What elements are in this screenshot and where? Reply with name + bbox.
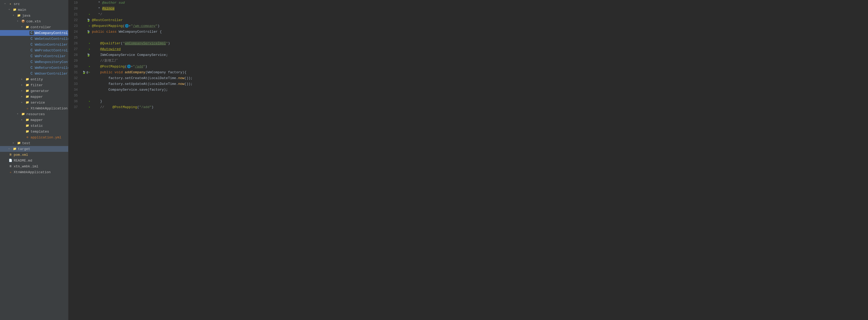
line-num-20: 20 <box>68 6 80 11</box>
sidebar-label-wm-return: WmReturnController <box>35 66 68 70</box>
sidebar-item-wm-return-controller[interactable]: C WmReturnController <box>0 65 68 70</box>
iface-28: IWmCompanyService <box>100 53 135 57</box>
line-num-24: 24 <box>68 29 80 35</box>
line-num-26: 26 <box>68 40 80 47</box>
sidebar-item-controller[interactable]: 📁 controller <box>0 24 68 30</box>
fold-icon-26[interactable]: ▸ <box>89 40 90 47</box>
code-line-34: 34 CompanyService.save(factory); <box>68 87 868 93</box>
fold-icon-30[interactable]: ▸ <box>89 64 90 69</box>
code-editor: 19 * @author sud 20 * @since 21 ▸ */ 22 … <box>68 0 868 320</box>
ann-post-mapping: @PostMapping <box>100 65 125 68</box>
folder-icon-main: 📁 <box>13 8 17 12</box>
sidebar-item-pom[interactable]: 🗎 pom.xml <box>0 152 68 157</box>
gutter-27: ▸ <box>80 47 91 52</box>
line-num-19: 19 <box>68 0 80 6</box>
sidebar-item-readme[interactable]: 📄 README.md <box>0 157 68 164</box>
code-text-24: public class WmCompanyController { <box>91 29 868 35</box>
sidebar-item-templates[interactable]: 📁 templates <box>0 128 68 135</box>
code-text-25 <box>91 35 868 40</box>
java-icon-wm-getout: C <box>30 37 34 41</box>
sidebar-item-mapper2[interactable]: 📁 mapper <box>0 117 68 123</box>
cls-local-datetime-32: LocalDateTime <box>149 76 176 80</box>
code-line-29: 29 //新增工厂 <box>68 58 868 64</box>
ann-qualifier: @Qualifier <box>100 41 121 45</box>
chevron-com-xtn <box>17 20 21 23</box>
sidebar-item-iml[interactable]: 🗎 xtn_wmbk.iml <box>0 164 68 169</box>
sidebar-item-filter[interactable]: 📁 filter <box>0 82 68 88</box>
fold-icon-23[interactable]: ▸ <box>89 23 90 29</box>
sidebar-item-generator[interactable]: 📁 generator <box>0 88 68 94</box>
chevron-yml <box>21 136 25 139</box>
fold-icon-31[interactable]: ▸ <box>89 69 90 76</box>
java-icon-wm-product: C <box>30 48 34 53</box>
fold-icon-37[interactable]: ▸ <box>89 105 90 110</box>
chevron-xtn <box>21 107 25 110</box>
fold-icon-21[interactable]: ▸ <box>89 11 90 18</box>
code-text-28: IWmCompanyService CompanyService; <box>91 52 868 58</box>
fold-icon-36[interactable]: ▸ <box>89 98 90 105</box>
sidebar-item-wm-respository-controller[interactable]: C WmRespositoryController <box>0 59 68 65</box>
sidebar-label-wm-getout: WmGetoutController <box>35 37 68 41</box>
code-line-28: 28 🍃 IWmCompanyService CompanyService; <box>68 52 868 58</box>
code-text-36: } <box>91 98 868 105</box>
line-num-32: 32 <box>68 76 80 81</box>
code-text-33: factory.setUpdateAt(LocalDateTime.now())… <box>91 81 868 87</box>
sidebar-item-mapper[interactable]: 📁 mapper <box>0 94 68 99</box>
sidebar-label-target: target <box>18 147 30 151</box>
sidebar-item-wm-user-controller[interactable]: C WmUserController <box>0 70 68 77</box>
line-num-21: 21 <box>68 11 80 18</box>
sidebar-item-application-yml[interactable]: ⚙ application.yml <box>0 135 68 140</box>
sidebar-label-iml: xtn_wmbk.iml <box>14 165 38 169</box>
ann-autowired: @Autowired <box>100 47 121 51</box>
sidebar-item-wm-getout-controller[interactable]: C WmGetoutController <box>0 36 68 42</box>
java-icon-xtn: ☕ <box>25 106 30 111</box>
sidebar-label-wm-resp: WmRespositoryController <box>35 60 68 64</box>
code-line-20: 20 * @since <box>68 6 868 11</box>
sidebar-item-test[interactable]: 📁 test <box>0 140 68 146</box>
kw-public-31: public void <box>100 70 123 74</box>
folder-icon-resources: 📁 <box>21 112 25 116</box>
paren-26: ( <box>121 41 123 45</box>
code-text-37: // @PostMapping("/add") <box>91 105 868 110</box>
sidebar-label-wm-prv: WmPrvController <box>35 54 66 58</box>
sidebar-item-com-xtn[interactable]: 📦 com.xtn <box>0 19 68 24</box>
code-line-24: 24 🍃 public class WmCompanyController { <box>68 29 868 35</box>
sidebar-item-xtn-run[interactable]: ☕ XtnWmbkApplication <box>0 169 68 175</box>
code-text-21: */ <box>91 11 868 18</box>
folder-icon-src: ▸ <box>8 2 13 6</box>
sidebar-item-wm-prv-controller[interactable]: C WmPrvController <box>0 53 68 59</box>
code-line-26: 26 ▸ @Qualifier("wmCompanyServiceImpl") <box>68 40 868 47</box>
sidebar-item-wm-product-controller[interactable]: C WmProductController <box>0 48 68 53</box>
code-content-area[interactable]: 19 * @author sud 20 * @since 21 ▸ */ 22 … <box>68 0 868 320</box>
sidebar-item-wm-goin-controller[interactable]: C WmGoinController <box>0 42 68 48</box>
folder-icon-entity: 📁 <box>25 77 30 82</box>
globe-icon-30: 🌐 <box>127 65 131 68</box>
sidebar-item-src[interactable]: ▸ src <box>0 1 68 7</box>
folder-icon-generator: 📁 <box>25 89 30 93</box>
code-line-30: 30 ▸ @PostMapping(🌐▾"/add") <box>68 64 868 69</box>
gutter-28: 🍃 <box>80 52 91 58</box>
chevron-empty-3 <box>25 49 29 52</box>
sidebar-label-main: main <box>18 8 26 12</box>
sidebar-item-java[interactable]: 📁 java <box>0 13 68 19</box>
sidebar-label-xtn: XtnWmbkApplication <box>31 107 67 111</box>
sidebar-item-static[interactable]: 📁 static <box>0 123 68 128</box>
sidebar-item-target[interactable]: 📁 target <box>0 146 68 152</box>
gutter-21: ▸ <box>80 11 91 18</box>
sidebar-item-resources[interactable]: 📁 resources <box>0 111 68 117</box>
code-line-21: 21 ▸ */ <box>68 11 868 18</box>
str-close-26: " <box>166 41 168 45</box>
sidebar-item-entity[interactable]: 📁 entity <box>0 77 68 82</box>
fold-icon-27[interactable]: ▸ <box>89 47 90 52</box>
sidebar-item-service[interactable]: 📁 service <box>0 99 68 106</box>
sidebar-item-wm-company-controller[interactable]: C WmCompanyController <box>0 30 68 36</box>
code-line-22: 22 🍃 @RestController <box>68 18 868 23</box>
chevron-empty-5 <box>25 60 29 64</box>
sidebar-item-main[interactable]: 📁 main <box>0 7 68 13</box>
chevron-pom <box>4 153 8 156</box>
var-company-service-34: CompanyService <box>108 88 137 92</box>
brace-24: { <box>160 30 162 34</box>
sidebar-item-xtn-wmbk[interactable]: ☕ XtnWmbkApplication <box>0 106 68 111</box>
iml-icon: 🗎 <box>8 164 13 169</box>
comment-29: //新增工厂 <box>100 59 118 63</box>
